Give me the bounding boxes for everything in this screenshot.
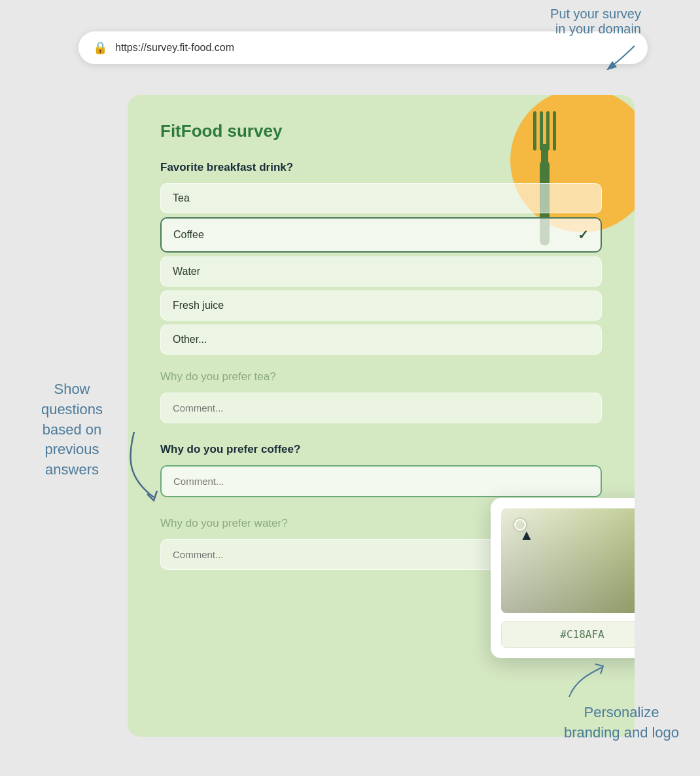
checkmark-icon: ✓ — [578, 227, 589, 243]
option-tea[interactable]: Tea — [160, 183, 602, 213]
lock-icon: 🔒 — [93, 41, 107, 55]
question2-label: Why do you prefer tea? — [160, 370, 602, 383]
cursor-arrow-icon: ▲ — [519, 527, 534, 544]
question3-comment[interactable] — [160, 465, 602, 497]
option-coffee[interactable]: Coffee ✓ — [160, 217, 602, 253]
option-water[interactable]: Water — [160, 256, 602, 287]
option-fresh-juice[interactable]: Fresh juice — [160, 291, 602, 321]
color-picker-popup: ▲ — [491, 498, 635, 658]
color-picker-gradient[interactable]: ▲ — [501, 508, 635, 613]
option-other-label: Other... — [173, 334, 207, 345]
survey-card: FitFood survey Favorite breakfast drink?… — [128, 95, 635, 737]
annotation-right-text: Personalizebranding and logo — [564, 704, 679, 741]
annotation-right: Personalizebranding and logo — [556, 661, 687, 743]
question1-section: Favorite breakfast drink? Tea Coffee ✓ W… — [160, 161, 602, 355]
question1-label: Favorite breakfast drink? — [160, 161, 602, 174]
curved-arrow-left — [121, 425, 173, 506]
annotation-left-text: Showquestionsbased onpreviousanswers — [41, 381, 103, 478]
annotation-top-right: Put your surveyin your domain — [550, 7, 641, 72]
option-other[interactable]: Other... — [160, 325, 602, 355]
annotation-top-right-text: Put your surveyin your domain — [550, 7, 641, 36]
survey-title: FitFood survey — [160, 121, 602, 141]
option-coffee-label: Coffee — [173, 229, 204, 241]
option-water-label: Water — [173, 266, 200, 277]
url-text: https://survey.fit-food.com — [115, 42, 234, 54]
annotation-left: Showquestionsbased onpreviousanswers — [20, 379, 124, 480]
options-list: Tea Coffee ✓ Water Fresh juice Other... — [160, 183, 602, 355]
question2-section: Why do you prefer tea? — [160, 370, 602, 443]
option-fresh-juice-label: Fresh juice — [173, 300, 224, 311]
color-hex-input[interactable] — [501, 621, 635, 648]
option-tea-label: Tea — [173, 192, 190, 204]
question2-comment[interactable] — [160, 393, 602, 423]
question3-label: Why do you prefer coffee? — [160, 443, 602, 456]
